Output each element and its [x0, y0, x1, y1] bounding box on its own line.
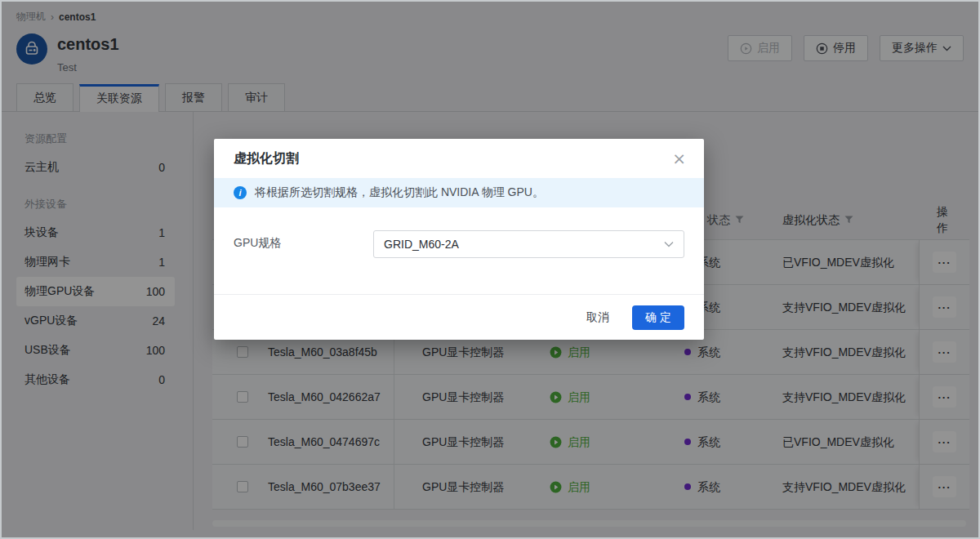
- confirm-button[interactable]: 确定: [632, 305, 684, 330]
- gpu-spec-label: GPU规格: [234, 230, 373, 251]
- info-banner: i 将根据所选切割规格，虚拟化切割此 NVIDIA 物理 GPU。: [214, 178, 704, 207]
- modal-title: 虚拟化切割: [234, 150, 299, 167]
- gpu-spec-select[interactable]: GRID_M60-2A: [373, 230, 684, 258]
- info-icon: i: [234, 186, 247, 199]
- virtualization-split-modal: 虚拟化切割 × i 将根据所选切割规格，虚拟化切割此 NVIDIA 物理 GPU…: [214, 139, 704, 340]
- cancel-button[interactable]: 取消: [586, 310, 609, 325]
- chevron-down-icon: [664, 241, 674, 247]
- info-text: 将根据所选切割规格，虚拟化切割此 NVIDIA 物理 GPU。: [255, 185, 544, 200]
- gpu-spec-value: GRID_M60-2A: [384, 238, 459, 251]
- close-icon[interactable]: ×: [672, 150, 686, 167]
